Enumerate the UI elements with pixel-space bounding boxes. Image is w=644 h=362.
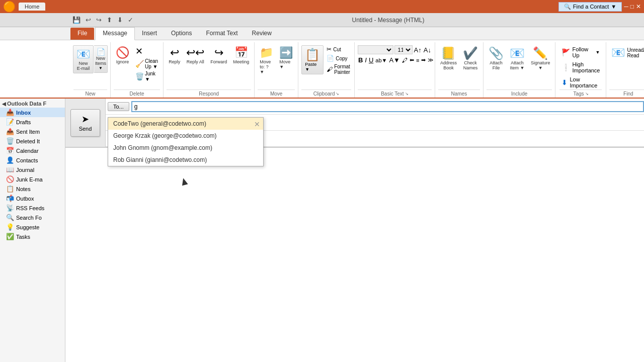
save-btn[interactable]: 💾: [70, 15, 83, 25]
font-grow-btn[interactable]: A↑: [414, 46, 422, 54]
dropdown-arrow: ▼: [611, 4, 616, 10]
font-select[interactable]: [358, 45, 393, 54]
copy-icon: 📄: [327, 55, 334, 62]
autocomplete-item-1[interactable]: George Krzak (george@codetwo.com): [108, 130, 263, 142]
tags-expand-icon[interactable]: ↘: [585, 92, 589, 96]
sidebar-item-rss[interactable]: 📡 RSS Feeds: [0, 203, 65, 213]
sidebar-item-inbox[interactable]: 📥 Inbox: [0, 108, 65, 117]
strikethrough-btn[interactable]: ab▼: [375, 57, 387, 64]
sidebar-item-tasks[interactable]: ✅ Tasks: [0, 232, 65, 241]
cut-btn[interactable]: ✂ Cut: [326, 45, 351, 53]
sidebar-item-sent[interactable]: 📤 Sent Item: [0, 127, 65, 136]
copy-label: Copy: [336, 56, 347, 61]
deleted-icon: 🗑️: [6, 137, 14, 145]
meeting-btn[interactable]: 📅 Meeting: [231, 45, 251, 65]
autocomplete-close-btn[interactable]: ✕: [254, 120, 260, 128]
new-email-btn[interactable]: 📧 NewE-mail: [73, 45, 94, 73]
high-importance-btn[interactable]: ❕ High Importance: [559, 60, 602, 74]
attach-item-btn[interactable]: 📧 AttachItem ▼: [508, 45, 527, 71]
clipboard-expand-icon[interactable]: ↘: [336, 92, 339, 96]
cleanup-btn[interactable]: 🧹 Clean Up ▼: [133, 58, 160, 70]
format-painter-label: Format Painter: [334, 64, 350, 75]
forward-btn[interactable]: ↪ Forward: [208, 45, 229, 65]
up-btn[interactable]: ⬆: [105, 15, 114, 25]
low-importance-btn[interactable]: ⬇ Low Importance: [559, 75, 602, 89]
sidebar-item-contacts[interactable]: 👤 Contacts: [0, 155, 65, 165]
ignore-label: Ignore: [116, 59, 129, 64]
italic-btn[interactable]: I: [364, 56, 367, 64]
address-book-btn[interactable]: 📒 AddressBook: [438, 45, 459, 71]
tab-message[interactable]: Message: [95, 27, 135, 40]
sidebar-outlook-header[interactable]: ◀ Outlook Data F: [0, 99, 65, 108]
align-center-btn[interactable]: ≡: [416, 57, 420, 64]
tab-options[interactable]: Options: [164, 28, 199, 40]
new-items-btn[interactable]: 📄 NewItems ▼: [94, 45, 108, 73]
paste-btn[interactable]: 📋 Paste ▼: [301, 45, 324, 74]
to-row: To...: [106, 99, 644, 115]
check-names-btn[interactable]: ✔️ CheckNames: [461, 45, 480, 71]
ribbon-group-names-label: Names: [438, 89, 480, 97]
autocomplete-item-3[interactable]: Rob Gianni (gianni@codetwo.com): [108, 154, 263, 166]
body-editor[interactable]: [69, 152, 640, 362]
to-button[interactable]: To...: [108, 102, 129, 111]
delete-btn[interactable]: ✕: [133, 45, 160, 57]
sidebar-item-drafts[interactable]: 📝 Drafts: [0, 117, 65, 127]
check-names-icon: ✔️: [463, 46, 478, 60]
reply-btn[interactable]: ↩ Reply: [167, 45, 182, 65]
bold-btn[interactable]: B: [358, 56, 363, 64]
check-btn[interactable]: ✓: [126, 15, 135, 25]
follow-up-btn[interactable]: 🚩 Follow Up ▼: [559, 45, 602, 59]
more-btn[interactable]: ≫: [427, 56, 434, 64]
undo-btn[interactable]: ↩: [84, 15, 93, 25]
tab-review[interactable]: Review: [245, 28, 279, 40]
sidebar-item-journal[interactable]: 📖 Journal: [0, 165, 65, 174]
autocomplete-item-0[interactable]: CodeTwo (general@codetwo.com): [108, 118, 263, 130]
highlight-btn[interactable]: 🖍: [401, 57, 408, 64]
search-folder-icon: 🔍: [6, 214, 14, 221]
sidebar-item-junk[interactable]: 🚫 Junk E-ma: [0, 174, 65, 184]
underline-btn[interactable]: U: [368, 56, 374, 64]
journal-icon: 📖: [6, 166, 14, 173]
tab-format-text[interactable]: Format Text: [199, 28, 245, 40]
move-to-btn[interactable]: 📁 Move to: ? ▼: [258, 45, 275, 75]
tab-insert[interactable]: Insert: [135, 28, 164, 40]
align-left-btn[interactable]: ⬅: [409, 56, 415, 64]
font-shrink-btn[interactable]: A↓: [423, 46, 432, 54]
down-btn[interactable]: ⬇: [115, 15, 125, 25]
new-email-label: NewE-mail: [77, 61, 90, 71]
junk-btn[interactable]: 🗑️ Junk ▼: [133, 70, 160, 82]
tab-file[interactable]: File: [70, 28, 94, 40]
cleanup-label: Clean Up ▼: [145, 58, 158, 69]
basic-text-expand-icon[interactable]: ↘: [405, 92, 409, 96]
attach-file-btn[interactable]: 📎 AttachFile: [487, 45, 506, 71]
sidebar-item-deleted[interactable]: 🗑️ Deleted It: [0, 136, 65, 146]
sidebar-item-suggested[interactable]: 💡 Suggeste: [0, 222, 65, 232]
size-select[interactable]: 11: [394, 45, 413, 54]
redo-btn[interactable]: ↪: [94, 15, 104, 25]
unread-read-btn[interactable]: 📧 Unread/ Read: [609, 45, 644, 60]
body-area[interactable]: [65, 147, 644, 362]
sidebar-item-outbox[interactable]: 📬 Outbox: [0, 194, 65, 203]
sidebar-item-search[interactable]: 🔍 Search Fo: [0, 213, 65, 222]
follow-up-arrow: ▼: [596, 50, 600, 55]
high-importance-label: High Importance: [572, 61, 600, 73]
cut-icon: ✂: [327, 46, 332, 53]
font-color-btn[interactable]: A▼: [388, 56, 400, 64]
find-contact-btn[interactable]: 🔍 Find a Contact ▼: [558, 2, 622, 12]
align-right-btn[interactable]: ➡: [421, 56, 426, 64]
reply-all-icon: ↩↩: [186, 46, 204, 59]
signature-btn[interactable]: ✏️ Signature ▼: [529, 45, 552, 71]
tasks-icon: ✅: [6, 233, 14, 240]
to-input[interactable]: [131, 101, 644, 112]
send-button[interactable]: ➤ Send: [70, 109, 101, 137]
sidebar-item-notes[interactable]: 📋 Notes: [0, 184, 65, 194]
format-painter-btn[interactable]: 🖌 Format Painter: [326, 63, 351, 75]
ignore-btn[interactable]: 🚫 Ignore: [114, 45, 131, 65]
copy-btn[interactable]: 📄 Copy: [326, 54, 351, 62]
sidebar-item-calendar[interactable]: 📅 Calendar: [0, 146, 65, 155]
move-btn[interactable]: ➡️ Move ▼: [277, 45, 295, 70]
autocomplete-item-2[interactable]: John Gnomm (gnom@example.com): [108, 142, 263, 154]
home-tab[interactable]: Home: [19, 3, 45, 11]
reply-all-btn[interactable]: ↩↩ Reply All: [184, 45, 206, 65]
ribbon-group-clipboard-label: Clipboard ↘: [301, 89, 351, 97]
